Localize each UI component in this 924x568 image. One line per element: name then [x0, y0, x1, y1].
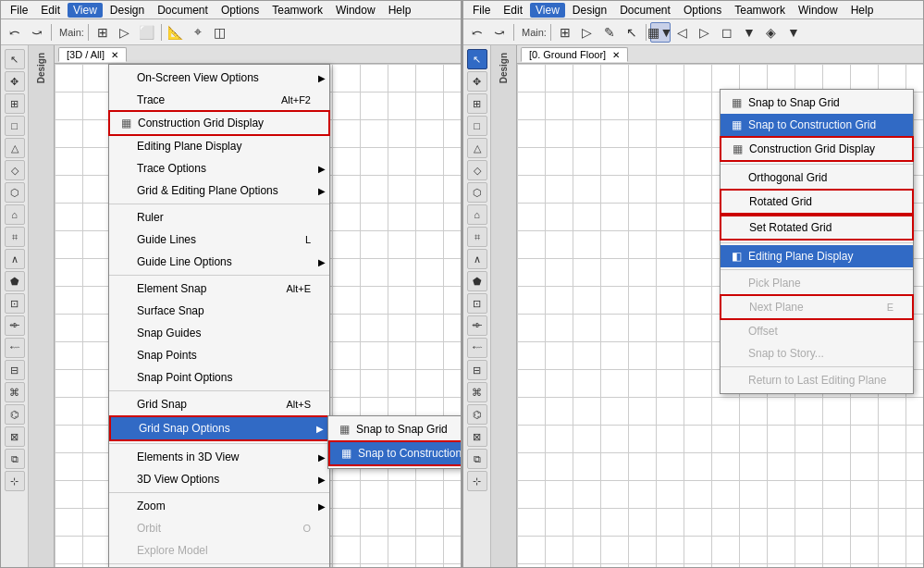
sidebar-tool-12[interactable]: ⊡ — [5, 293, 25, 314]
r-menu-teamwork[interactable]: Teamwork — [729, 3, 791, 18]
menu-view[interactable]: View — [68, 3, 103, 18]
sidebar-tool-4[interactable]: □ — [5, 116, 25, 136]
r-sidebar-tool-6[interactable]: ◇ — [467, 160, 487, 180]
r-menu-document[interactable]: Document — [614, 3, 676, 18]
menu-editing-plane[interactable]: Editing Plane Display — [109, 135, 329, 157]
r-menu-help[interactable]: Help — [845, 3, 880, 18]
sidebar-tool-16[interactable]: ⌘ — [5, 382, 25, 402]
r-sidebar-tool-2[interactable]: ✥ — [467, 71, 487, 92]
menu-edit[interactable]: Edit — [35, 3, 66, 18]
menu-orbit[interactable]: Orbit O — [109, 517, 329, 539]
menu-snap-point-options[interactable]: Snap Point Options — [109, 366, 329, 389]
r-sidebar-tool-12[interactable]: ⊡ — [467, 293, 487, 314]
menu-document[interactable]: Document — [152, 3, 214, 18]
r-orthogonal-grid[interactable]: Orthogonal Grid — [721, 167, 913, 189]
left-view-tab[interactable]: [3D / All] ✕ — [58, 47, 127, 62]
sidebar-tool-10[interactable]: ∧ — [5, 249, 25, 269]
toolbar-btn-6[interactable]: ◫ — [210, 22, 230, 43]
menu-guide-line-options[interactable]: Guide Line Options ▶ — [109, 251, 329, 273]
menu-3d-view-options[interactable]: 3D View Options ▶ — [109, 468, 329, 490]
r-sidebar-tool-16[interactable]: ⌘ — [467, 382, 487, 402]
menu-grid-snap[interactable]: Grid Snap Alt+S — [109, 393, 329, 415]
menu-guide-lines[interactable]: Guide Lines L — [109, 228, 329, 251]
r-menu-edit[interactable]: Edit — [498, 3, 528, 18]
r-sidebar-tool-20[interactable]: ⊹ — [467, 471, 487, 491]
r-rotated-grid[interactable]: Rotated Grid — [720, 189, 914, 215]
r-sidebar-tool-14[interactable]: ⬳ — [467, 338, 487, 358]
r-redo-button[interactable]: ⤻ — [489, 22, 510, 43]
r-sidebar-tool-13[interactable]: ⬲ — [467, 315, 487, 336]
sidebar-tool-8[interactable]: ⌂ — [5, 204, 25, 225]
toolbar-btn-4[interactable]: 📐 — [166, 22, 186, 43]
submenu-snap-to-snap-grid[interactable]: ▦ Snap to Snap Grid — [328, 418, 461, 440]
menu-window[interactable]: Window — [330, 3, 381, 18]
menu-surface-snap[interactable]: Surface Snap — [109, 300, 329, 322]
left-tab-close[interactable]: ✕ — [111, 50, 118, 60]
sidebar-tool-2[interactable]: ✥ — [5, 71, 25, 92]
r-toolbar-btn-8[interactable]: ▼ — [739, 22, 759, 43]
r-sidebar-tool-19[interactable]: ⧉ — [467, 449, 487, 469]
r-toolbar-btn-10[interactable]: ▼ — [783, 22, 804, 43]
submenu-snap-to-construction-grid[interactable]: ▦ Snap to Construction Grid — [328, 440, 461, 466]
r-sidebar-tool-7[interactable]: ⬡ — [467, 182, 487, 203]
r-sidebar-tool-4[interactable]: □ — [467, 116, 487, 136]
menu-options[interactable]: Options — [216, 3, 265, 18]
sidebar-tool-6[interactable]: ◇ — [5, 160, 25, 180]
sidebar-tool-5[interactable]: △ — [5, 138, 25, 158]
sidebar-tool-19[interactable]: ⧉ — [5, 449, 25, 469]
r-sidebar-tool-8[interactable]: ⌂ — [467, 204, 487, 225]
menu-snap-guides[interactable]: Snap Guides — [109, 322, 329, 344]
right-view-tab[interactable]: [0. Ground Floor] ✕ — [521, 47, 628, 62]
r-snap-to-story[interactable]: Snap to Story... — [721, 342, 913, 364]
r-undo-button[interactable]: ⤺ — [467, 22, 487, 43]
redo-button[interactable]: ⤻ — [27, 22, 47, 43]
r-pick-plane[interactable]: Pick Plane — [721, 272, 913, 294]
r-menu-file[interactable]: File — [467, 3, 496, 18]
r-sidebar-tool-5[interactable]: △ — [467, 138, 487, 158]
r-toolbar-btn-3[interactable]: ✎ — [599, 22, 620, 43]
menu-on-screen-view[interactable]: On-Screen View Options ▶ — [109, 67, 329, 89]
r-toolbar-grid-btn[interactable]: ▦▼ — [650, 22, 671, 43]
menu-file[interactable]: File — [5, 3, 33, 18]
r-menu-options[interactable]: Options — [678, 3, 727, 18]
undo-button[interactable]: ⤺ — [5, 22, 25, 43]
r-sidebar-tool-18[interactable]: ⊠ — [467, 426, 487, 447]
menu-3d-nav[interactable]: 3D Navigation Extras ▶ — [109, 566, 329, 567]
r-toolbar-btn-7[interactable]: ◻ — [717, 22, 737, 43]
toolbar-btn-5[interactable]: ⌖ — [188, 22, 208, 43]
toolbar-btn-3[interactable]: ⬜ — [137, 22, 157, 43]
r-toolbar-btn-9[interactable]: ◈ — [761, 22, 782, 43]
r-menu-view[interactable]: View — [530, 3, 565, 18]
menu-design[interactable]: Design — [105, 3, 150, 18]
r-toolbar-btn-5[interactable]: ◁ — [672, 22, 693, 43]
menu-grid-editing-options[interactable]: Grid & Editing Plane Options ▶ — [109, 179, 329, 202]
r-sidebar-tool-15[interactable]: ⊟ — [467, 360, 487, 380]
sidebar-arrow-tool[interactable]: ↖ — [5, 49, 25, 69]
r-sidebar-tool-9[interactable]: ⌗ — [467, 227, 487, 247]
r-menu-design[interactable]: Design — [567, 3, 612, 18]
menu-help[interactable]: Help — [383, 3, 417, 18]
menu-explore-model[interactable]: Explore Model — [109, 539, 329, 562]
toolbar-btn-1[interactable]: ⊞ — [92, 22, 113, 43]
r-snap-to-construction-grid[interactable]: ▦ Snap to Construction Grid — [721, 114, 913, 136]
r-sidebar-tool-11[interactable]: ⬟ — [467, 271, 487, 291]
r-toolbar-btn-4[interactable]: ↖ — [622, 22, 642, 43]
r-toolbar-btn-2[interactable]: ▷ — [577, 22, 598, 43]
menu-grid-snap-options[interactable]: Grid Snap Options ▶ ▦ Snap to Snap Grid … — [109, 415, 329, 441]
menu-elements-3d[interactable]: Elements in 3D View ▶ — [109, 446, 329, 468]
r-sidebar-tool-17[interactable]: ⌬ — [467, 404, 487, 425]
r-sidebar-arrow-tool[interactable]: ↖ — [467, 49, 487, 69]
r-sidebar-tool-3[interactable]: ⊞ — [467, 93, 487, 114]
menu-trace-options[interactable]: Trace Options ▶ — [109, 157, 329, 179]
menu-ruler[interactable]: Ruler — [109, 206, 329, 228]
sidebar-tool-18[interactable]: ⊠ — [5, 426, 25, 447]
menu-element-snap[interactable]: Element Snap Alt+E — [109, 278, 329, 300]
sidebar-tool-7[interactable]: ⬡ — [5, 182, 25, 203]
sidebar-tool-9[interactable]: ⌗ — [5, 227, 25, 247]
r-menu-window[interactable]: Window — [793, 3, 844, 18]
r-toolbar-btn-6[interactable]: ▷ — [695, 22, 715, 43]
r-construction-grid-display[interactable]: ▦ Construction Grid Display — [720, 136, 914, 162]
menu-zoom[interactable]: Zoom ▶ — [109, 495, 329, 517]
menu-trace[interactable]: Trace Alt+F2 — [109, 89, 329, 111]
sidebar-tool-3[interactable]: ⊞ — [5, 93, 25, 114]
